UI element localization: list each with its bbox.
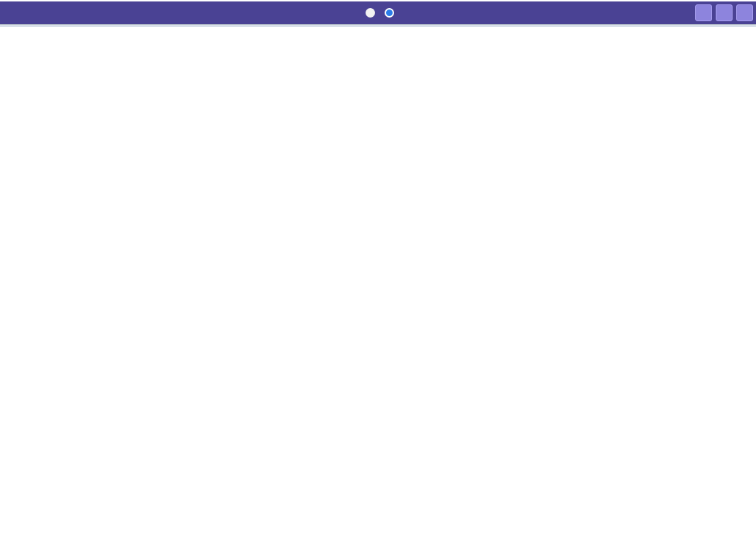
radio-unselected-icon[interactable] xyxy=(366,8,375,18)
window-titlebar xyxy=(0,1,756,24)
radio-selected-icon[interactable] xyxy=(385,8,394,18)
layout-option-horizontal[interactable] xyxy=(385,8,397,18)
move-down-button[interactable] xyxy=(716,4,733,21)
layout-option-vertical[interactable] xyxy=(366,8,378,18)
bottom-edge xyxy=(0,24,756,27)
move-up-button[interactable] xyxy=(695,4,712,21)
close-button[interactable] xyxy=(736,4,753,21)
